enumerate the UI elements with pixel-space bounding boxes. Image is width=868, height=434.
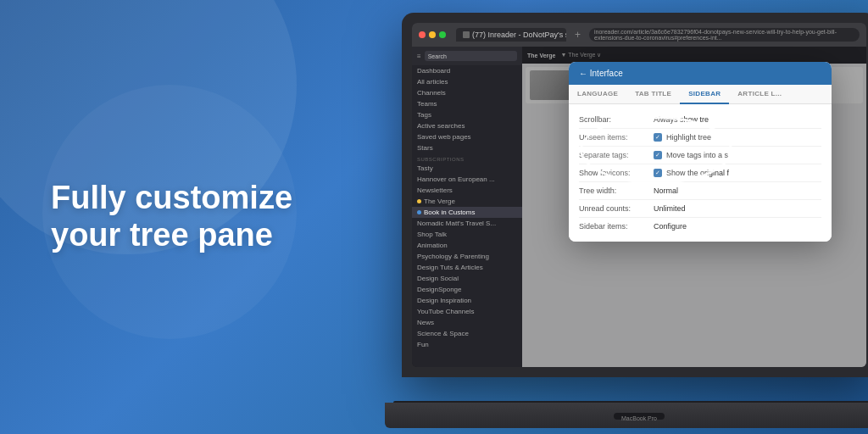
favicons-checkbox[interactable]: ✓ bbox=[654, 169, 662, 177]
sidebar-label-all-articles: All articles bbox=[417, 78, 448, 86]
browser-chrome: (77) Inreader - DoNotPay's s... + inorea… bbox=[412, 23, 866, 47]
sidebar-item-all-articles[interactable]: All articles bbox=[412, 76, 522, 87]
traffic-lights bbox=[419, 31, 446, 38]
setting-label-favicons: Show favicons: bbox=[579, 169, 647, 177]
sidebar-item-fun[interactable]: Fun bbox=[412, 339, 522, 350]
sidebar-item-youtube[interactable]: YouTube Channels bbox=[412, 306, 522, 317]
sidebar-label-dashboard: Dashboard bbox=[417, 67, 450, 75]
modal-tabs: LANGUAGE TAB TITLE SIDEBAR ARTICLE L... bbox=[569, 85, 832, 104]
laptop-device: (77) Inreader - DoNotPay's s... + inorea… bbox=[385, 13, 868, 428]
sidebar-label-design-tuts: Design Tuts & Articles bbox=[417, 264, 483, 271]
sidebar-item-teams[interactable]: Teams bbox=[412, 98, 522, 109]
setting-value-scrollbar: Always show tre bbox=[654, 115, 821, 124]
search-placeholder: Search bbox=[428, 53, 447, 59]
sidebar-label-design-social: Design Social bbox=[417, 275, 459, 282]
sidebar-dot-theverge bbox=[417, 199, 421, 203]
new-tab-button[interactable]: + bbox=[570, 29, 586, 41]
tab-sidebar[interactable]: SIDEBAR bbox=[680, 85, 729, 104]
sidebar-item-saved-web[interactable]: Saved web pages bbox=[412, 131, 522, 142]
sidebar-label-tasty: Tasty bbox=[417, 164, 433, 172]
setting-label-scrollbar: Scrollbar: bbox=[579, 115, 647, 124]
sidebar-label-news: News bbox=[417, 319, 434, 326]
setting-value-sidebar-items[interactable]: Configure bbox=[654, 222, 821, 231]
sidebar-item-psychology[interactable]: Psychology & Parenting bbox=[412, 251, 522, 262]
url-bar[interactable]: inoreader.com/article/3a6c6e7832796f04-d… bbox=[589, 28, 860, 42]
sidebar-label-science: Science & Space bbox=[417, 330, 469, 337]
unread-counts-select[interactable]: Unlimited bbox=[654, 204, 686, 213]
sidebar-item-theverge[interactable]: The Verge bbox=[412, 196, 522, 207]
sidebar-label-channels: Channels bbox=[417, 89, 446, 97]
close-dot[interactable] bbox=[419, 31, 426, 38]
sidebar-label-psychology: Psychology & Parenting bbox=[417, 253, 489, 260]
sidebar-item-nomadic[interactable]: Nomadic Matt's Travel S... bbox=[412, 218, 522, 229]
sidebar-item-news[interactable]: News bbox=[412, 317, 522, 328]
sidebar-item-stars[interactable]: Stars bbox=[412, 142, 522, 153]
sidebar-label-newsletters: Newsletters bbox=[417, 186, 453, 194]
setting-scrollbar: Scrollbar: Always show tre bbox=[579, 111, 821, 129]
setting-unseen-items: Unseen items: ✓ Highlight tree bbox=[579, 129, 821, 147]
sidebar-label-teams: Teams bbox=[417, 100, 437, 108]
setting-label-unseen: Unseen items: bbox=[579, 133, 647, 142]
sidebar-item-animation[interactable]: Animation bbox=[412, 240, 522, 251]
modal-back-button[interactable]: ← Interface bbox=[579, 69, 623, 78]
app-sidebar: ≡ Search Dashboard All articles Channels bbox=[412, 47, 522, 367]
setting-value-unread[interactable]: Unlimited bbox=[654, 204, 821, 213]
sidebar-label-designsponge: DesignSponge bbox=[417, 286, 461, 293]
setting-value-tags: ✓ Move tags into a s bbox=[654, 151, 821, 159]
tab-favicon bbox=[463, 31, 470, 38]
macbook-pro-label: MacBook Pro bbox=[621, 415, 657, 421]
laptop-screen: (77) Inreader - DoNotPay's s... + inorea… bbox=[412, 23, 866, 367]
setting-value-favicons: ✓ Show the original f bbox=[654, 169, 821, 177]
sidebar-item-design-insp[interactable]: Design Inspiration bbox=[412, 295, 522, 306]
sidebar-label-design-insp: Design Inspiration bbox=[417, 297, 471, 304]
tree-width-select[interactable]: Normal bbox=[654, 186, 678, 195]
interface-modal: ← Interface LANGUAGE TAB TITLE SIDEBAR A… bbox=[569, 62, 832, 242]
sidebar-items-select[interactable]: Configure bbox=[654, 222, 687, 231]
setting-value-unseen: ✓ Highlight tree bbox=[654, 133, 821, 142]
sidebar-label-shoptalk: Shop Talk bbox=[417, 231, 447, 238]
minimize-dot[interactable] bbox=[429, 31, 436, 38]
sidebar-item-dashboard[interactable]: Dashboard bbox=[412, 65, 522, 76]
sidebar-item-hannover[interactable]: Hannover on European ... bbox=[412, 174, 522, 185]
sidebar-label-active-searches: Active searches bbox=[417, 122, 465, 130]
sidebar-item-tasty[interactable]: Tasty bbox=[412, 163, 522, 174]
page-content: ≡ Search Dashboard All articles Channels bbox=[412, 47, 866, 367]
tab-article-list[interactable]: ARTICLE L... bbox=[729, 85, 790, 104]
modal-header: ← Interface bbox=[569, 62, 832, 85]
sidebar-item-designsponge[interactable]: DesignSponge bbox=[412, 284, 522, 295]
sidebar-item-tags[interactable]: Tags bbox=[412, 109, 522, 120]
unseen-value: Highlight tree bbox=[666, 133, 711, 142]
setting-label-sidebar-items: Sidebar items: bbox=[579, 222, 647, 231]
search-icon: ≡ bbox=[417, 53, 421, 60]
sidebar-item-newsletters[interactable]: Newsletters bbox=[412, 185, 522, 196]
url-text: inoreader.com/article/3a6c6e7832796f04-d… bbox=[594, 29, 854, 41]
laptop-body: (77) Inreader - DoNotPay's s... + inorea… bbox=[402, 13, 868, 377]
tab-language[interactable]: LANGUAGE bbox=[569, 85, 626, 104]
sidebar-item-bookcustoms[interactable]: Book in Customs bbox=[412, 207, 522, 218]
sidebar-label-saved-web: Saved web pages bbox=[417, 133, 471, 141]
setting-value-tree-width[interactable]: Normal bbox=[654, 186, 821, 195]
scrollbar-value: Always show tre bbox=[654, 115, 709, 124]
sidebar-item-shoptalk[interactable]: Shop Talk bbox=[412, 229, 522, 240]
tags-value: Move tags into a s bbox=[666, 151, 728, 159]
sidebar-label-youtube: YouTube Channels bbox=[417, 308, 474, 315]
setting-unread-counts: Unread counts: Unlimited bbox=[579, 200, 821, 218]
sidebar-label-hannover: Hannover on European ... bbox=[417, 175, 495, 183]
search-input[interactable]: Search bbox=[425, 51, 517, 61]
maximize-dot[interactable] bbox=[439, 31, 446, 38]
sidebar-item-design-social[interactable]: Design Social bbox=[412, 273, 522, 284]
favicons-value: Show the original f bbox=[666, 169, 729, 177]
sidebar-item-channels[interactable]: Channels bbox=[412, 87, 522, 98]
tags-checkbox[interactable]: ✓ bbox=[654, 151, 662, 159]
tab-tab-title[interactable]: TAB TITLE bbox=[626, 85, 680, 104]
sidebar-item-science[interactable]: Science & Space bbox=[412, 328, 522, 339]
sidebar-search-bar[interactable]: ≡ Search bbox=[412, 47, 522, 65]
setting-separate-tags: Separate tags: ✓ Move tags into a s bbox=[579, 147, 821, 164]
browser-tab[interactable]: (77) Inreader - DoNotPay's s... bbox=[456, 28, 566, 42]
tab-title: (77) Inreader - DoNotPay's s... bbox=[472, 31, 566, 39]
unseen-checkbox[interactable]: ✓ bbox=[654, 133, 662, 142]
sidebar-label-theverge: The Verge bbox=[424, 198, 455, 205]
setting-sidebar-items: Sidebar items: Configure bbox=[579, 218, 821, 235]
sidebar-item-design-tuts[interactable]: Design Tuts & Articles bbox=[412, 262, 522, 273]
sidebar-item-active-searches[interactable]: Active searches bbox=[412, 120, 522, 131]
